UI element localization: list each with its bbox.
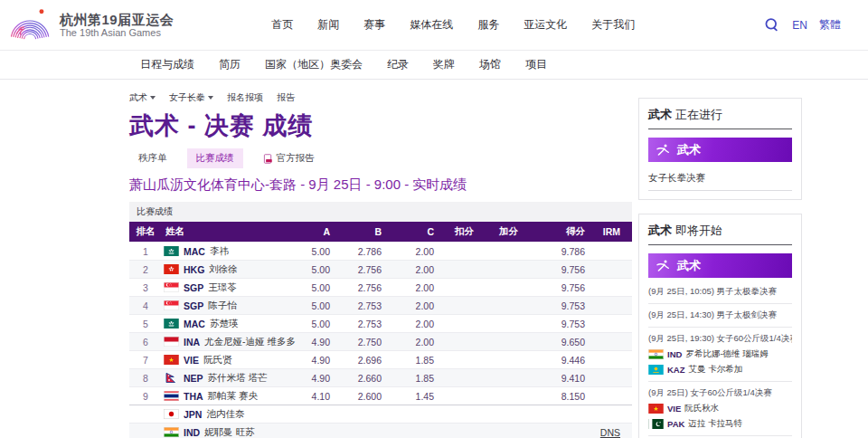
- upcoming-sport-banner[interactable]: 武术: [648, 253, 792, 278]
- top-nav-item[interactable]: 媒体在线: [410, 17, 453, 33]
- nep-flag-icon: [164, 373, 179, 383]
- vie-flag-icon: [164, 355, 179, 365]
- chevron-down-icon: [208, 96, 213, 100]
- athlete-name: 苏什米塔 塔芒: [208, 372, 268, 385]
- tab-start-list[interactable]: 秩序单: [129, 148, 176, 168]
- athlete-cell: MAC李祎: [162, 245, 297, 258]
- tab-results[interactable]: 比赛成绩: [187, 148, 243, 168]
- breadcrumb-item[interactable]: 报告: [277, 91, 295, 104]
- noc-code: JPN: [184, 409, 202, 420]
- dns-link[interactable]: DNS: [600, 427, 620, 438]
- jpn-flag-icon: [164, 409, 179, 419]
- table-body: 1 MAC李祎 5.00 2.786 2.00 9.786 2 HKG刘徐徐 5…: [129, 242, 632, 438]
- upcoming-event[interactable]: (9月 25日) 女子60公斤级1/4决赛VIE阮氏秋水PAK迈拉 卡拉马特: [648, 382, 792, 436]
- top-nav-item[interactable]: 服务: [477, 17, 499, 33]
- lang-tw-link[interactable]: 繁體: [819, 17, 841, 33]
- live-status-label: 正在进行: [675, 108, 722, 121]
- table-row: 6 INA尤金尼娅-迪娅 维多多 4.90 2.750 2.00 9.650: [129, 332, 632, 350]
- header-tools: EN 繁體: [763, 16, 841, 33]
- table-row: 8 NEP苏什米塔 塔芒 4.90 2.660 1.85 9.410: [129, 368, 632, 386]
- score-b-cell: 2.696: [330, 355, 382, 366]
- rank-cell: 1: [129, 246, 162, 257]
- mac-flag-icon: [164, 319, 179, 328]
- breadcrumb: 武术女子长拳报名报项报告: [129, 91, 632, 104]
- total-score-cell: 9.753: [518, 319, 585, 329]
- table-header-row: 排名姓名ABC扣分加分得分IRM: [129, 222, 632, 242]
- top-nav-item[interactable]: 关于我们: [591, 17, 635, 33]
- column-header: 排名: [129, 225, 162, 238]
- table-row: 4 SGP陈子怡 5.00 2.753 2.00 9.753: [129, 296, 632, 314]
- athlete-name: 妮耶曼 旺苏: [204, 426, 254, 438]
- live-card: 武术正在进行 武术 女子长拳决赛: [638, 98, 802, 200]
- score-b-cell: 2.786: [330, 246, 382, 257]
- noc-code: SGP: [184, 300, 203, 311]
- ina-flag-icon: [164, 337, 179, 347]
- table-row: 7 VIE阮氏贤 4.90 2.696 1.85 9.446: [129, 350, 632, 368]
- upcoming-athlete: KAZ艾曼 卡尔希加: [648, 364, 792, 376]
- top-nav: 首页新闻赛事媒体在线服务亚运文化关于我们: [271, 17, 635, 33]
- noc-code: IND: [184, 427, 200, 438]
- athlete-cell: IND妮耶曼 旺苏: [162, 426, 297, 438]
- pdf-report-icon: [263, 154, 273, 164]
- score-a-cell: 5.00: [297, 282, 330, 293]
- score-a-cell: 5.00: [297, 319, 330, 329]
- sub-nav-item[interactable]: 奖牌: [433, 57, 455, 72]
- total-score-cell: 9.786: [518, 246, 585, 257]
- ind-flag-icon: [648, 349, 664, 359]
- top-nav-item[interactable]: 亚运文化: [524, 17, 567, 33]
- sub-nav-item[interactable]: 国家（地区）奥委会: [265, 57, 363, 72]
- sgp-flag-icon: [164, 300, 179, 310]
- tab-official-report[interactable]: 官方报告: [254, 148, 324, 168]
- table-row: 2 HKG刘徐徐 5.00 2.756 2.00 9.756: [129, 260, 632, 278]
- upcoming-event[interactable]: (9月 25日, 19:30) 女子60公斤级1/4决赛IND罗希比娜-德维 瑙…: [648, 328, 792, 382]
- breadcrumb-item[interactable]: 报名报项: [227, 91, 263, 104]
- breadcrumb-item[interactable]: 女子长拳: [169, 91, 213, 104]
- ind-flag-icon: [164, 427, 179, 437]
- venue-session-line: 萧山瓜沥文化体育中心-套路 - 9月 25日 - 9:00 - 实时成绩: [129, 176, 632, 194]
- upcoming-card: 武术即将开始 武术 (9月 25日, 10:05) 男子太极拳决赛(9月 25日…: [638, 214, 802, 438]
- noc-code: VIE: [184, 355, 199, 366]
- noc-code: IND: [667, 349, 682, 359]
- upcoming-events: (9月 25日, 10:05) 男子太极拳决赛(9月 25日, 14:30) 男…: [648, 281, 792, 438]
- live-event-link[interactable]: 女子长拳决赛: [648, 165, 792, 191]
- athlete-name: 阮氏贤: [203, 354, 232, 367]
- sub-nav-item[interactable]: 项目: [525, 57, 547, 72]
- top-nav-item[interactable]: 赛事: [363, 17, 385, 33]
- athlete-name: 尤金尼娅-迪娅 维多多: [204, 336, 296, 348]
- rank-cell: 3: [129, 282, 162, 293]
- athlete-name: 艾曼 卡尔希加: [689, 364, 743, 376]
- upcoming-athlete: PAK迈拉 卡拉马特: [648, 418, 792, 430]
- search-icon[interactable]: [763, 16, 780, 33]
- column-header: A: [297, 226, 330, 237]
- lang-en-link[interactable]: EN: [792, 19, 807, 32]
- total-score-cell: 9.756: [518, 282, 585, 293]
- wushu-pictogram-icon: [656, 259, 670, 273]
- athlete-name: 刘徐徐: [209, 263, 238, 276]
- top-nav-item[interactable]: 首页: [271, 17, 293, 33]
- upcoming-banner-label: 武术: [677, 258, 701, 274]
- sub-nav-item[interactable]: 场馆: [479, 57, 501, 72]
- upcoming-status-label: 即将开始: [675, 224, 722, 237]
- upcoming-event[interactable]: (9月 25日, 14:30) 男子太极剑决赛: [648, 304, 792, 328]
- athlete-cell: SGP陈子怡: [162, 300, 297, 312]
- column-header: IRM: [585, 226, 631, 237]
- sub-nav-item[interactable]: 日程与成绩: [140, 57, 194, 72]
- top-nav-item[interactable]: 新闻: [317, 17, 339, 33]
- score-b-cell: 2.753: [330, 300, 382, 311]
- live-sport-banner[interactable]: 武术: [648, 138, 792, 162]
- upcoming-event-time: (9月 25日, 10:05) 男子太极拳决赛: [648, 286, 792, 298]
- upcoming-event[interactable]: (9月 25日, 10:05) 男子太极拳决赛: [648, 281, 792, 304]
- athlete-cell: THA那帕莱 赛央: [162, 390, 297, 403]
- site-header: 杭州第19届亚运会 The 19th Asian Games 首页新闻赛事媒体在…: [0, 0, 868, 51]
- sub-nav-item[interactable]: 纪录: [387, 57, 409, 72]
- upcoming-athlete: IND罗希比娜-德维 瑙瑞姆: [648, 348, 792, 360]
- site-logo[interactable]: [11, 7, 52, 43]
- breadcrumb-item[interactable]: 武术: [129, 91, 156, 104]
- sub-nav-item[interactable]: 简历: [219, 57, 241, 72]
- noc-code: THA: [184, 391, 203, 402]
- athlete-name: 阮氏秋水: [684, 403, 719, 414]
- upcoming-event-time: (9月 25日, 14:30) 男子太极剑决赛: [648, 309, 792, 321]
- score-a-cell: 4.90: [297, 355, 330, 366]
- table-row: 3 SGP王璟苓 5.00 2.756 2.00 9.756: [129, 278, 632, 296]
- score-c-cell: 2.00: [382, 300, 434, 311]
